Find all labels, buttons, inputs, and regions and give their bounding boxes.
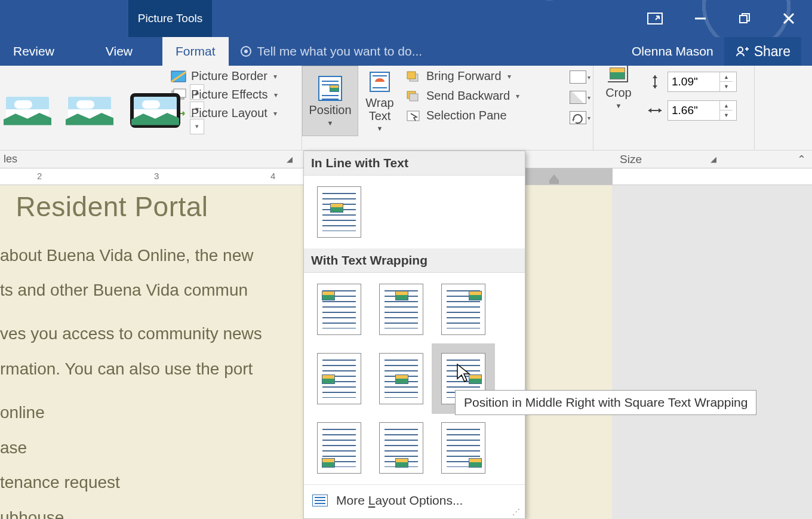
chevron-down-icon: ▾ xyxy=(516,92,519,100)
picture-format-options: Picture Border ▾ Picture Effects ▾ Pictu… xyxy=(167,66,302,150)
size-launcher-icon[interactable]: ◢ xyxy=(710,155,716,164)
title-bar: Picture Tools xyxy=(0,0,812,37)
picture-style-2[interactable] xyxy=(62,89,117,132)
user-name[interactable]: Olenna Mason xyxy=(632,44,713,59)
position-section-wrap: With Text Wrapping xyxy=(304,248,525,273)
arrange-aux: ▾ ▾ ▾ xyxy=(566,66,593,150)
restore-icon[interactable] xyxy=(738,12,751,25)
height-input[interactable]: ▲▼ xyxy=(668,72,737,92)
minimize-icon[interactable] xyxy=(694,12,707,25)
position-top-right[interactable] xyxy=(441,284,485,335)
svg-rect-19 xyxy=(407,111,419,121)
styles-caption-fragment: les xyxy=(0,153,17,165)
collapse-ribbon-icon[interactable]: ⌃ xyxy=(797,153,806,166)
width-up-icon[interactable]: ▲ xyxy=(719,101,733,110)
width-down-icon[interactable]: ▼ xyxy=(719,110,733,120)
width-icon xyxy=(647,103,663,118)
svg-rect-2 xyxy=(740,16,747,23)
position-bottom-center[interactable] xyxy=(379,422,423,474)
picture-effects-button[interactable]: Picture Effects ▾ xyxy=(171,88,300,102)
chevron-down-icon: ▼ xyxy=(377,125,383,132)
align-button[interactable] xyxy=(570,70,586,84)
close-icon[interactable] xyxy=(782,12,795,25)
position-bottom-right[interactable] xyxy=(441,422,485,474)
ribbon-display-options-icon[interactable] xyxy=(647,13,663,24)
chevron-down-icon: ▾ xyxy=(273,109,277,118)
wrap-text-group: Wrap Text ▼ xyxy=(358,66,401,150)
share-icon xyxy=(735,44,749,59)
position-dropdown: In Line with Text With Text Wrapping Mor… xyxy=(303,151,525,519)
selection-pane-button[interactable]: Selection Pane xyxy=(406,109,559,122)
resize-grip-icon: ⋰ xyxy=(512,507,520,516)
tell-me-search[interactable]: Tell me what you want to do... xyxy=(241,37,423,66)
picture-styles-group: ▲ ▼ ▾ xyxy=(0,66,167,150)
ribbon-tabs: Review View Format Tell me what you want… xyxy=(0,37,812,66)
styles-launcher-icon[interactable]: ◢ xyxy=(287,155,293,164)
window-controls xyxy=(647,0,812,37)
position-button[interactable]: Position ▼ xyxy=(302,66,358,136)
picture-border-icon xyxy=(171,70,186,83)
rotate-button[interactable] xyxy=(570,111,586,124)
crop-button[interactable]: Crop xyxy=(605,86,631,100)
position-top-center[interactable] xyxy=(379,284,423,335)
width-field[interactable] xyxy=(668,104,719,117)
wrap-text-label: Wrap Text xyxy=(365,96,393,122)
height-down-icon[interactable]: ▼ xyxy=(719,82,733,91)
bring-forward-button[interactable]: Bring Forward ▾ xyxy=(406,69,559,83)
position-middle-center[interactable] xyxy=(379,353,423,404)
wrap-text-button[interactable]: Wrap Text ▼ xyxy=(358,66,401,136)
height-up-icon[interactable]: ▲ xyxy=(719,72,733,82)
right-gutter xyxy=(612,185,812,519)
position-label: Position xyxy=(309,103,351,117)
share-button[interactable]: Share xyxy=(724,37,801,66)
chevron-down-icon: ▾ xyxy=(588,94,590,101)
width-input[interactable]: ▲▼ xyxy=(668,100,737,121)
bring-forward-label: Bring Forward xyxy=(426,69,502,83)
height-icon xyxy=(647,74,663,90)
ruler-mark-2: 2 xyxy=(37,171,42,181)
height-field[interactable] xyxy=(668,75,719,88)
picture-layout-label: Picture Layout xyxy=(191,106,267,120)
picture-effects-label: Picture Effects xyxy=(191,88,268,102)
ribbon: ▲ ▼ ▾ Picture Border ▾ Picture Effects ▾ xyxy=(0,66,812,151)
more-layout-options[interactable]: More Layout Options... ⋰ xyxy=(304,484,525,518)
chevron-down-icon: ▾ xyxy=(588,115,590,121)
svg-point-5 xyxy=(738,47,743,52)
share-label: Share xyxy=(754,44,791,60)
crop-group: Crop ▼ xyxy=(593,66,644,150)
size-group: ▲▼ ▲▼ xyxy=(644,66,755,150)
tab-format[interactable]: Format xyxy=(162,37,229,66)
ruler-mark-3: 3 xyxy=(154,171,159,181)
picture-layout-button[interactable]: Picture Layout ▾ xyxy=(171,106,300,120)
picture-styles-gallery[interactable] xyxy=(0,84,187,132)
account-area: Olenna Mason Share xyxy=(632,37,812,66)
chevron-down-icon[interactable]: ▼ xyxy=(616,102,622,109)
svg-rect-0 xyxy=(648,13,662,24)
position-middle-left[interactable] xyxy=(317,353,361,404)
position-inline-grid xyxy=(304,176,525,248)
tab-view[interactable]: View xyxy=(93,37,146,66)
position-bottom-left[interactable] xyxy=(317,422,361,474)
width-row: ▲▼ xyxy=(647,100,748,121)
tab-review[interactable]: Review xyxy=(0,37,67,66)
indent-marker-icon[interactable] xyxy=(549,174,559,180)
crop-icon xyxy=(608,66,629,84)
position-inline-with-text[interactable] xyxy=(317,186,361,238)
svg-rect-10 xyxy=(174,89,186,97)
position-icon xyxy=(318,76,342,101)
picture-border-button[interactable]: Picture Border ▾ xyxy=(171,69,300,83)
send-backward-button[interactable]: Send Backward ▾ xyxy=(406,89,559,103)
layout-options-icon xyxy=(312,495,328,506)
chevron-down-icon: ▾ xyxy=(588,74,590,81)
ruler-margin-shade xyxy=(525,168,613,185)
picture-style-1[interactable] xyxy=(0,89,55,132)
position-top-left[interactable] xyxy=(317,284,361,335)
arrange-group: Bring Forward ▾ Send Backward ▾ Selectio… xyxy=(401,66,566,150)
group-button[interactable] xyxy=(570,91,586,104)
position-group: Position ▼ xyxy=(302,66,358,150)
chevron-down-icon: ▾ xyxy=(508,72,511,81)
selection-pane-icon xyxy=(406,110,420,122)
more-layout-label: More Layout Options... xyxy=(336,493,463,508)
send-backward-icon xyxy=(406,90,420,102)
size-caption: Size xyxy=(620,153,642,166)
